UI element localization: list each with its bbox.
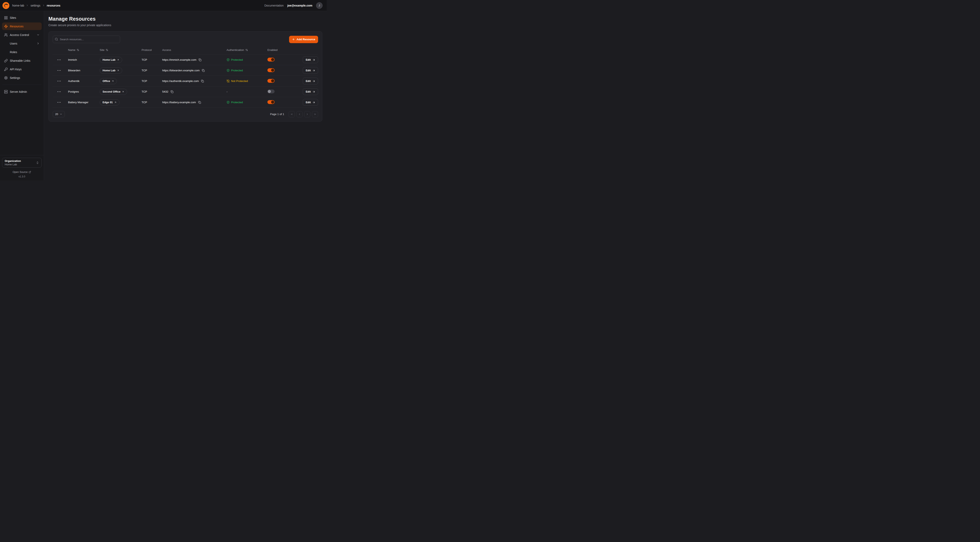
resource-name: Authentik xyxy=(68,80,100,83)
edit-button[interactable]: Edit xyxy=(303,56,318,63)
site-name: Home Lab xyxy=(103,69,115,72)
sort-icon xyxy=(106,49,108,51)
column-label: Authentication xyxy=(227,48,244,51)
enabled-toggle[interactable] xyxy=(267,68,275,72)
edit-button[interactable]: Edit xyxy=(303,67,318,74)
waypoints-icon xyxy=(4,24,8,28)
breadcrumb-org[interactable]: home-lab xyxy=(12,4,24,7)
enabled-toggle[interactable] xyxy=(267,79,275,83)
row-menu-button[interactable]: ··· xyxy=(56,78,62,84)
column-header-site[interactable]: Site xyxy=(100,48,142,51)
app-version: v1.3.0 xyxy=(2,175,42,180)
arrow-up-right-icon xyxy=(122,91,124,93)
arrow-right-icon xyxy=(312,90,315,93)
chevrons-right-icon xyxy=(313,113,317,116)
copy-icon[interactable] xyxy=(170,90,174,94)
server-icon xyxy=(4,90,8,94)
sidebar-item-access-control[interactable]: Access Control xyxy=(2,31,42,38)
chevron-right-icon xyxy=(37,42,40,45)
chevrons-left-icon xyxy=(290,113,293,116)
breadcrumb-settings[interactable]: settings xyxy=(30,4,40,7)
auth-status: Not Protected xyxy=(231,80,248,83)
open-source-link[interactable]: Open Source xyxy=(2,171,42,174)
arrow-right-icon xyxy=(312,59,315,61)
sidebar-item-server-admin[interactable]: Server Admin xyxy=(2,88,42,96)
protocol: TCP xyxy=(142,90,162,93)
organization-selector[interactable]: Organization Home Lab xyxy=(2,158,42,167)
documentation-link[interactable]: Documentation xyxy=(264,4,283,7)
copy-icon[interactable] xyxy=(198,100,201,104)
resource-name: Battery Manager xyxy=(68,101,100,104)
avatar[interactable]: J xyxy=(316,2,323,9)
organization-label: Organization xyxy=(5,159,21,163)
site-link[interactable]: Edge 01 xyxy=(100,99,119,105)
copy-icon[interactable] xyxy=(200,79,204,83)
last-page-button[interactable] xyxy=(312,111,318,117)
site-link[interactable]: Home Lab xyxy=(100,67,122,73)
arrow-right-icon xyxy=(312,80,315,83)
user-email[interactable]: joe@example.com xyxy=(287,4,312,7)
open-source-label: Open Source xyxy=(13,171,28,174)
arrow-right-icon xyxy=(312,69,315,72)
resource-name: Immich xyxy=(68,58,100,61)
sidebar-item-api-keys[interactable]: API Keys xyxy=(2,65,42,73)
page-subtitle: Create secure proxies to your private ap… xyxy=(48,24,322,27)
chevrons-up-down-icon xyxy=(36,161,39,164)
site-name: Edge 01 xyxy=(103,101,113,104)
site-link[interactable]: Office xyxy=(100,78,117,84)
add-resource-button[interactable]: Add Resource xyxy=(289,36,318,43)
sidebar-item-shareable-links[interactable]: Shareable Links xyxy=(2,57,42,64)
column-label: Name xyxy=(68,48,75,51)
column-header-protocol: Protocol xyxy=(142,48,162,51)
site-link[interactable]: Second Office xyxy=(100,89,127,95)
app-logo-icon[interactable] xyxy=(2,2,10,9)
copy-icon[interactable] xyxy=(201,69,205,72)
users-icon xyxy=(4,33,8,37)
enabled-toggle[interactable] xyxy=(267,57,275,62)
next-page-button[interactable] xyxy=(304,111,310,117)
edit-button[interactable]: Edit xyxy=(303,78,318,84)
resource-name: Postgres xyxy=(68,90,100,93)
sort-icon xyxy=(76,49,79,51)
arrow-up-right-icon xyxy=(117,69,119,72)
row-menu-button[interactable]: ··· xyxy=(56,68,62,73)
access-url: https://bitwarden.example.com xyxy=(162,69,200,72)
shield-check-icon xyxy=(227,101,230,104)
previous-page-button[interactable] xyxy=(296,111,302,117)
row-menu-button[interactable]: ··· xyxy=(56,57,62,62)
table-row: ··· Immich Home Lab TCP https://immich.e… xyxy=(53,54,318,65)
sidebar-item-sites[interactable]: Sites xyxy=(2,14,42,21)
row-menu-button[interactable]: ··· xyxy=(56,100,62,105)
edit-button[interactable]: Edit xyxy=(303,88,318,95)
column-label: Protocol xyxy=(142,48,152,51)
auth-cell: Protected xyxy=(227,101,267,104)
add-resource-label: Add Resource xyxy=(296,38,315,41)
column-header-authentication[interactable]: Authentication xyxy=(227,48,267,51)
arrow-right-icon xyxy=(312,101,315,104)
copy-icon[interactable] xyxy=(198,58,202,62)
breadcrumb-resources[interactable]: resources xyxy=(47,4,60,7)
search-input[interactable] xyxy=(53,35,120,43)
sidebar-item-settings[interactable]: Settings xyxy=(2,74,42,81)
protocol: TCP xyxy=(142,58,162,61)
enabled-toggle[interactable] xyxy=(267,100,275,104)
column-header-name[interactable]: Name xyxy=(68,48,100,51)
arrow-up-right-icon xyxy=(117,59,119,61)
page-size-value: 20 xyxy=(55,113,58,116)
sidebar-item-users[interactable]: Users xyxy=(2,40,42,47)
first-page-button[interactable] xyxy=(289,111,295,117)
column-header-enabled: Enabled xyxy=(267,48,296,51)
sidebar-item-roles[interactable]: Roles xyxy=(2,48,42,56)
chevron-down-icon xyxy=(60,113,62,115)
enabled-toggle[interactable] xyxy=(267,89,275,93)
site-link[interactable]: Home Lab xyxy=(100,57,122,63)
search-box xyxy=(53,35,120,43)
sidebar-nav: Sites Resources Access Control Users xyxy=(2,14,42,96)
row-menu-button[interactable]: ··· xyxy=(56,89,62,94)
shield-check-icon xyxy=(227,69,230,72)
organization-name: Home Lab xyxy=(5,163,21,166)
page-size-select[interactable]: 20 xyxy=(53,111,65,117)
edit-button[interactable]: Edit xyxy=(303,99,318,106)
sidebar-item-resources[interactable]: Resources xyxy=(2,22,42,30)
access-url: https://battery.example.com xyxy=(162,101,196,104)
